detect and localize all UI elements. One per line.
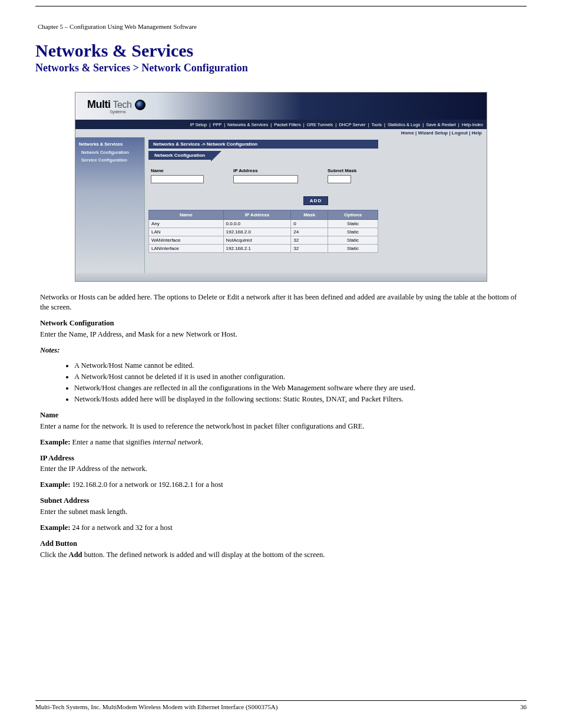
name-text: Enter a name for the network. It is used… xyxy=(40,421,522,431)
col-name: Name xyxy=(149,210,224,220)
name-input[interactable] xyxy=(151,175,204,183)
col-ip: IP Address xyxy=(223,210,291,220)
note-item: A Network/Host Name cannot be edited. xyxy=(74,361,522,371)
name-example: Example: Enter a name that signifies int… xyxy=(40,437,522,447)
nav-save-restart[interactable]: Save & Restart xyxy=(426,122,455,127)
breadcrumb: Networks & Services > Network Configurat… xyxy=(35,62,527,74)
nav-help-index[interactable]: Help-Index xyxy=(462,122,483,127)
ip-example: Example: 192.168.2.0 for a network or 19… xyxy=(40,480,522,490)
col-mask: Mask xyxy=(291,210,328,220)
sub-home[interactable]: Home xyxy=(401,130,414,136)
app-screenshot: MultiTech Systems IP Setup| PPP| Network… xyxy=(75,92,487,282)
nav-packet-filters[interactable]: Packet Filters xyxy=(274,122,300,127)
nav-ip-setup[interactable]: IP Setup xyxy=(190,122,207,127)
nav-ppp[interactable]: PPP xyxy=(213,122,222,127)
mask-example: Example: 24 for a network and 32 for a h… xyxy=(40,523,522,533)
note-item: Network/Host changes are reflected in al… xyxy=(74,383,522,393)
sub-nav: Home | Wizard Setup | Logout | Help xyxy=(75,129,487,137)
add-head: Add Button xyxy=(40,539,522,549)
panel-tab: Network Configuration xyxy=(148,151,211,160)
ip-text: Enter the IP Address of the network. xyxy=(40,464,522,474)
mask-input[interactable] xyxy=(328,175,351,183)
sidebar: Networks & Services Network Configuratio… xyxy=(75,137,145,273)
mask-head: Subnet Address xyxy=(40,496,522,506)
nav-stats[interactable]: Statistics & Logs xyxy=(388,122,420,127)
main-panel: Networks & Services -> Network Configura… xyxy=(145,137,487,273)
panel-breadcrumb: Networks & Services -> Network Configura… xyxy=(148,140,378,149)
app-header: MultiTech Systems xyxy=(75,93,487,120)
ip-head: IP Address xyxy=(40,453,522,463)
app-footer xyxy=(75,273,487,281)
footer-left: Multi-Tech Systems, Inc. MultiModem Wire… xyxy=(35,703,277,710)
page-title: Networks & Services xyxy=(35,41,527,61)
note-item: Network/Hosts added here will be display… xyxy=(74,394,522,404)
network-table: Name IP Address Mask Options Any 0.0.0.0… xyxy=(148,210,378,253)
network-config-head: Network Configuration xyxy=(40,318,522,328)
form-ip-col: IP Address xyxy=(233,168,298,183)
col-options: Options xyxy=(328,210,378,220)
nav-gre[interactable]: GRE Tunnels xyxy=(307,122,333,127)
nav-dhcp[interactable]: DHCP Server xyxy=(339,122,365,127)
sub-wizard[interactable]: Wizard Setup xyxy=(418,130,448,136)
intro-text: Networks or Hosts can be added here. The… xyxy=(40,292,522,312)
logo-dot-icon xyxy=(135,100,146,110)
sub-logout[interactable]: Logout xyxy=(452,130,468,136)
sidebar-item-service-config[interactable]: Service Configuration xyxy=(78,156,142,164)
sub-help[interactable]: Help xyxy=(472,130,482,136)
mask-text: Enter the subnet mask length. xyxy=(40,507,522,517)
note-item: A Network/Host cannot be deleted if it i… xyxy=(74,372,522,382)
chapter-label: Chapter 5 – Configuration Using Web Mana… xyxy=(38,23,197,30)
sidebar-item-network-config[interactable]: Network Configuration xyxy=(78,149,142,156)
network-config-text: Enter the Name, IP Address, and Mask for… xyxy=(40,330,522,340)
add-button[interactable]: ADD xyxy=(303,196,328,205)
form-name-col: Name xyxy=(151,168,204,183)
ip-input[interactable] xyxy=(233,175,298,183)
nav-networks-services[interactable]: Networks & Services xyxy=(227,122,268,127)
table-row: LANInterface 192.168.2.1 32 Static xyxy=(149,245,378,253)
footer-page: 36 xyxy=(520,703,527,710)
table-row: WANInterface NotAcquired 32 Static xyxy=(149,236,378,245)
table-row: LAN 192.168.2.0 24 Static xyxy=(149,228,378,236)
notes-head: Notes: xyxy=(40,346,59,354)
name-head: Name xyxy=(40,410,522,420)
nav-tools[interactable]: Tools xyxy=(371,122,382,127)
notes-list: A Network/Host Name cannot be edited. A … xyxy=(74,361,522,404)
form-mask-col: Subnet Mask xyxy=(328,168,356,183)
page-footer: Multi-Tech Systems, Inc. MultiModem Wire… xyxy=(35,700,527,710)
table-row: Any 0.0.0.0 0 Static xyxy=(149,220,378,228)
top-nav: IP Setup| PPP| Networks & Services| Pack… xyxy=(75,120,487,129)
sidebar-title: Networks & Services xyxy=(78,140,142,149)
add-text: Click the Add button. The defined networ… xyxy=(40,550,522,560)
logo: MultiTech Systems xyxy=(87,98,146,111)
